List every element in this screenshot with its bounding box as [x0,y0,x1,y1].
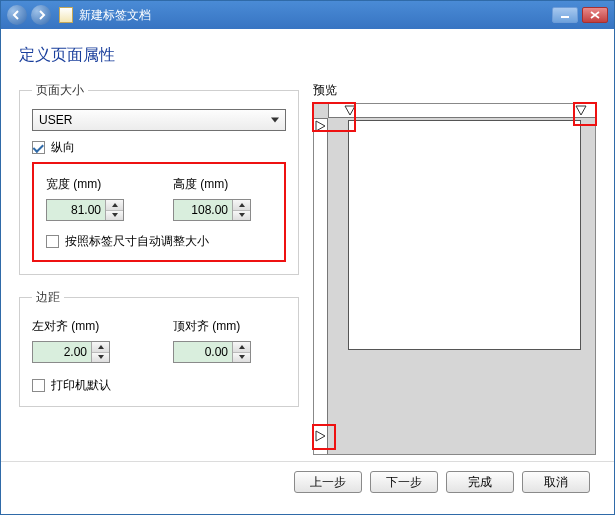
window-title: 新建标签文档 [79,7,548,24]
minimize-button[interactable] [552,7,578,23]
width-label: 宽度 (mm) [46,176,145,193]
height-label: 高度 (mm) [173,176,272,193]
auto-adjust-label: 按照标签尺寸自动调整大小 [65,233,209,250]
margins-legend: 边距 [32,289,64,306]
marker-left-top-icon[interactable] [315,120,327,132]
top-margin-label: 顶对齐 (mm) [173,318,286,335]
prev-button-label: 上一步 [310,474,346,491]
dialog-window: 新建标签文档 定义页面属性 页面大小 USER 纵向 [0,0,615,515]
dimensions-highlight: 宽度 (mm) 高度 (mm) [32,162,286,262]
next-button-label: 下一步 [386,474,422,491]
page-size-group: 页面大小 USER 纵向 宽度 (mm) [19,82,299,275]
next-button[interactable]: 下一步 [370,471,438,493]
finish-button[interactable]: 完成 [446,471,514,493]
left-margin-label: 左对齐 (mm) [32,318,145,335]
printer-default-label: 打印机默认 [51,377,111,394]
height-step-up[interactable] [233,200,250,211]
top-margin-spinner[interactable] [173,341,251,363]
printer-default-checkbox[interactable] [32,379,45,392]
preview-page [348,120,581,350]
width-input[interactable] [47,200,105,220]
left-margin-step-down[interactable] [92,353,109,363]
dialog-content: 定义页面属性 页面大小 USER 纵向 [1,29,614,514]
marker-left-bottom-icon[interactable] [315,430,327,442]
marker-top-right-icon[interactable] [575,105,587,117]
ruler-top [328,104,595,118]
top-margin-input[interactable] [174,342,232,362]
page-preset-value: USER [39,113,72,127]
prev-button[interactable]: 上一步 [294,471,362,493]
svg-rect-0 [561,16,569,18]
left-margin-step-up[interactable] [92,342,109,353]
page-preset-combo[interactable]: USER [32,109,286,131]
chevron-down-icon [271,118,279,123]
portrait-checkbox[interactable] [32,141,45,154]
left-margin-input[interactable] [33,342,91,362]
cancel-button[interactable]: 取消 [522,471,590,493]
left-margin-spinner[interactable] [32,341,110,363]
document-icon [59,7,73,23]
titlebar: 新建标签文档 [1,1,614,29]
margins-group: 边距 左对齐 (mm) [19,289,299,407]
ruler-left [314,118,328,454]
preview-label: 预览 [313,82,596,99]
height-input[interactable] [174,200,232,220]
preview-area [313,103,596,455]
portrait-label: 纵向 [51,139,75,156]
height-spinner[interactable] [173,199,251,221]
top-margin-step-up[interactable] [233,342,250,353]
width-step-down[interactable] [106,211,123,221]
back-button[interactable] [7,5,27,25]
height-step-down[interactable] [233,211,250,221]
page-title: 定义页面属性 [19,45,596,66]
forward-button[interactable] [31,5,51,25]
top-margin-step-down[interactable] [233,353,250,363]
auto-adjust-checkbox[interactable] [46,235,59,248]
marker-top-left-icon[interactable] [344,105,356,117]
button-bar: 上一步 下一步 完成 取消 [19,462,596,502]
page-size-legend: 页面大小 [32,82,88,99]
finish-button-label: 完成 [468,474,492,491]
cancel-button-label: 取消 [544,474,568,491]
close-button[interactable] [582,7,608,23]
width-step-up[interactable] [106,200,123,211]
width-spinner[interactable] [46,199,124,221]
